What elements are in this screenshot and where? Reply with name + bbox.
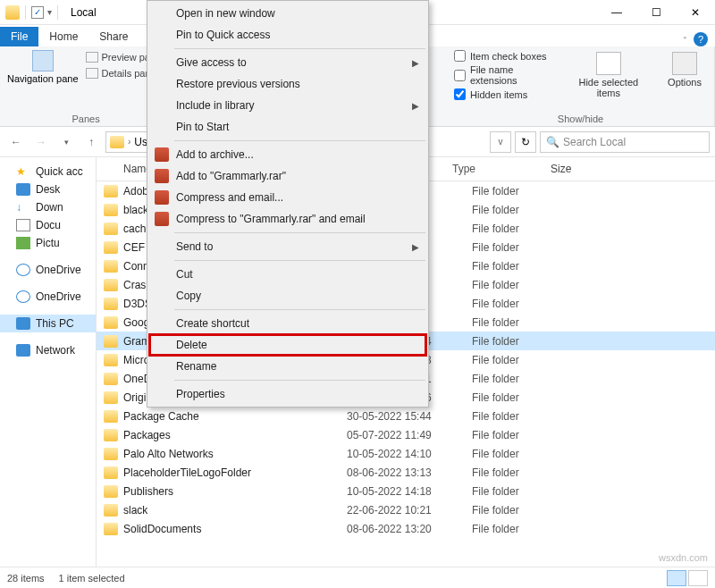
folder-icon (104, 316, 118, 329)
address-dropdown-button[interactable]: v (490, 131, 511, 153)
menu-cut[interactable]: Cut (149, 264, 426, 285)
menu-compress-rar-email[interactable]: Compress to "Grammarly.rar" and email (149, 208, 426, 230)
file-name-extensions-checkbox[interactable] (454, 70, 466, 81)
file-type: File folder (472, 279, 570, 291)
minimize-button[interactable]: — (597, 0, 636, 25)
navigation-pane-button[interactable]: Navigation pane (7, 50, 79, 84)
menu-rename[interactable]: Rename (149, 356, 426, 377)
icons-view-button[interactable] (688, 570, 708, 586)
item-check-boxes-checkbox[interactable] (454, 50, 466, 62)
hide-selected-items-button[interactable]: Hide selected items (564, 50, 654, 100)
file-name-extensions-option[interactable]: File name extensions (454, 64, 555, 86)
menu-include-library[interactable]: Include in library▶ (149, 95, 426, 116)
folder-icon (104, 185, 118, 197)
folder-icon (104, 335, 118, 348)
menu-send-to[interactable]: Send to▶ (149, 236, 426, 257)
submenu-arrow-icon: ▶ (412, 58, 419, 68)
sidebar-pictures[interactable]: Pictu (0, 234, 96, 252)
cloud-icon (16, 290, 30, 303)
qat-checkbox-icon[interactable]: ✓ (31, 6, 44, 19)
details-view-button[interactable] (667, 570, 686, 586)
tab-home[interactable]: Home (38, 27, 88, 46)
panes-group-label: Panes (72, 113, 99, 124)
file-date: 22-06-2022 10:21 (347, 504, 472, 517)
watermark: wsxdn.com (659, 552, 708, 563)
sidebar-this-pc[interactable]: This PC (0, 315, 96, 332)
file-type: File folder (472, 391, 570, 404)
sidebar-quick-access[interactable]: ★Quick acc (0, 163, 96, 181)
submenu-arrow-icon: ▶ (412, 242, 419, 252)
documents-icon (16, 219, 30, 231)
tab-file[interactable]: File (0, 27, 38, 46)
refresh-button[interactable]: ↻ (515, 131, 536, 153)
file-type: File folder (472, 204, 570, 216)
hidden-items-checkbox[interactable] (454, 88, 466, 100)
menu-open-new-window[interactable]: Open in new window (149, 3, 426, 24)
menu-pin-quick-access[interactable]: Pin to Quick access (149, 24, 426, 46)
menu-add-to-rar[interactable]: Add to "Grammarly.rar" (149, 165, 426, 187)
up-button[interactable]: ↑ (80, 131, 102, 153)
file-type: File folder (472, 241, 570, 254)
forward-button[interactable]: → (30, 131, 52, 153)
menu-properties[interactable]: Properties (149, 383, 426, 405)
options-button[interactable]: Options (662, 50, 707, 100)
folder-icon (104, 223, 118, 235)
menu-delete[interactable]: Delete (149, 334, 426, 356)
collapse-ribbon-icon[interactable]: ˇ (684, 37, 686, 46)
file-type: File folder (472, 504, 570, 517)
sidebar-network[interactable]: Network (0, 341, 96, 359)
recent-locations-button[interactable]: ▾ (55, 131, 77, 153)
search-icon: 🔍 (546, 136, 559, 148)
menu-add-to-archive[interactable]: Add to archive... (149, 144, 426, 165)
sidebar-desktop[interactable]: Desk (0, 181, 96, 198)
file-row[interactable]: Packages05-07-2022 11:49File folder (97, 425, 715, 444)
file-name: Package Cache (123, 410, 347, 423)
maximize-button[interactable]: ☐ (636, 0, 676, 25)
file-type: File folder (472, 523, 570, 535)
file-name: Palo Alto Networks (123, 448, 347, 460)
folder-icon (104, 279, 118, 291)
folder-icon (104, 485, 118, 498)
file-row[interactable]: slack22-06-2022 10:21File folder (97, 500, 715, 519)
menu-create-shortcut[interactable]: Create shortcut (149, 313, 426, 334)
file-row[interactable]: SolidDocuments08-06-2022 13:20File folde… (97, 519, 715, 538)
app-folder-icon (5, 5, 20, 20)
navigation-sidebar: ★Quick acc Desk ↓Down Docu Pictu OneDriv… (0, 157, 97, 567)
file-row[interactable]: Palo Alto Networks10-05-2022 14:10File f… (97, 444, 715, 463)
search-box[interactable]: 🔍 Search Local (540, 131, 710, 153)
hidden-items-option[interactable]: Hidden items (454, 88, 555, 100)
file-date: 30-05-2022 15:44 (347, 410, 472, 423)
menu-pin-start[interactable]: Pin to Start (149, 116, 426, 138)
file-date: 10-05-2022 14:10 (347, 448, 472, 460)
file-row[interactable]: PlaceholderTileLogoFolder08-06-2022 13:1… (97, 463, 715, 482)
menu-copy[interactable]: Copy (149, 285, 426, 307)
context-menu: Open in new window Pin to Quick access G… (147, 0, 429, 407)
hide-selected-icon (596, 52, 621, 75)
tab-share[interactable]: Share (88, 27, 139, 46)
file-row[interactable]: Publishers10-05-2022 14:18File folder (97, 482, 715, 500)
close-button[interactable]: ✕ (676, 0, 715, 25)
file-type: File folder (472, 429, 570, 441)
item-check-boxes-option[interactable]: Item check boxes (454, 50, 555, 62)
submenu-arrow-icon: ▶ (412, 101, 419, 111)
menu-compress-email[interactable]: Compress and email... (149, 187, 426, 208)
column-size[interactable]: Size (543, 157, 615, 181)
back-button[interactable]: ← (5, 131, 27, 153)
menu-give-access-to[interactable]: Give access to▶ (149, 52, 426, 73)
file-type: File folder (472, 354, 570, 366)
file-date: 08-06-2022 13:20 (347, 523, 472, 535)
sidebar-downloads[interactable]: ↓Down (0, 198, 96, 216)
file-type: File folder (472, 466, 570, 479)
sidebar-documents[interactable]: Docu (0, 216, 96, 234)
sidebar-onedrive-2[interactable]: OneDrive (0, 288, 96, 306)
help-icon[interactable]: ? (694, 32, 708, 46)
rar-icon (155, 190, 169, 205)
folder-icon (104, 429, 118, 441)
folder-icon (104, 466, 118, 479)
file-row[interactable]: Package Cache30-05-2022 15:44File folder (97, 407, 715, 425)
menu-restore-previous[interactable]: Restore previous versions (149, 73, 426, 95)
desktop-icon (16, 183, 30, 196)
column-type[interactable]: Type (445, 157, 543, 181)
folder-icon (104, 298, 118, 310)
sidebar-onedrive-1[interactable]: OneDrive (0, 261, 96, 279)
